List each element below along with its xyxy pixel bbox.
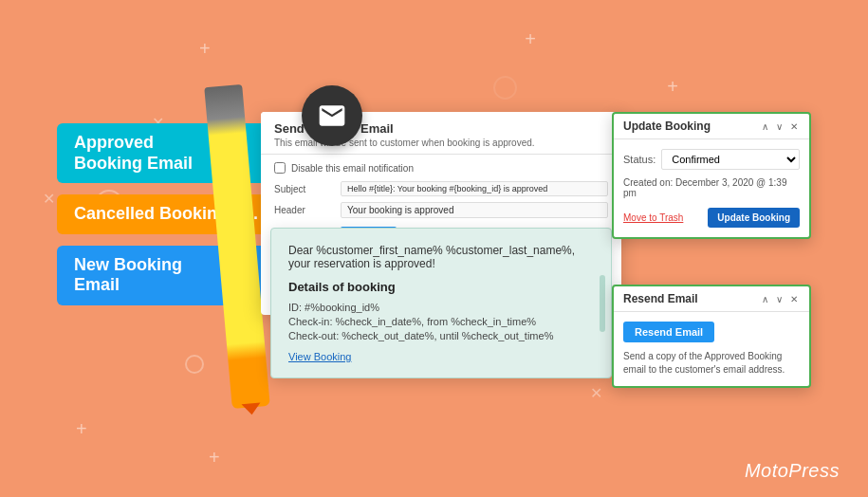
disable-notification-checkbox[interactable] [274, 162, 286, 174]
resend-email-button[interactable]: Resend Email [623, 322, 714, 342]
scroll-indicator [600, 275, 605, 332]
move-to-trash-link[interactable]: Move to Trash [623, 212, 683, 223]
preview-checkout-line: Check-out: %check_out_date%, until %chec… [288, 330, 594, 341]
view-booking-link[interactable]: View Booking [288, 351, 594, 362]
resend-email-panel: Resend Email ∧ ∨ ✕ Resend Email Send a c… [612, 285, 811, 388]
created-info: Created on: December 3, 2020 @ 1:39 pm [623, 177, 800, 198]
update-booking-button[interactable]: Update Booking [708, 208, 800, 228]
header-field-row: Header Your booking is approved [274, 202, 608, 218]
preview-intro: Dear %customer_first_name% %customer_las… [288, 244, 594, 270]
approved-label-text: Approved Booking Email [74, 133, 193, 173]
rp-expand-btn[interactable]: ∨ [774, 294, 785, 304]
email-icon-circle [302, 85, 362, 146]
subject-field-row: Subject Hello #{title}: Your booking #{b… [274, 181, 608, 196]
header-value[interactable]: Your booking is approved [341, 202, 608, 218]
rp-close-btn[interactable]: ✕ [788, 294, 800, 304]
header-label: Header [274, 202, 341, 215]
ub-close-btn[interactable]: ✕ [788, 121, 800, 132]
disable-notification-label: Disable this email notification [291, 163, 414, 174]
status-label: Status: [623, 154, 656, 165]
subject-label: Subject [274, 181, 341, 194]
ub-actions: Move to Trash Update Booking [623, 208, 800, 228]
status-select[interactable]: Confirmed [661, 149, 800, 170]
update-booking-panel: Update Booking ∧ ∨ ✕ Status: Confirmed C… [612, 112, 811, 239]
ub-body: Status: Confirmed Created on: December 3… [614, 139, 809, 237]
ub-controls: ∧ ∨ ✕ [760, 121, 800, 132]
resend-description: Send a copy of the Approved Booking emai… [623, 350, 800, 377]
rp-controls: ∧ ∨ ✕ [760, 294, 800, 304]
logo-text: MotoPress [745, 460, 840, 481]
ub-expand-btn[interactable]: ∨ [774, 121, 785, 132]
preview-id-line: ID: #%booking_id% [288, 302, 594, 313]
new-booking-label-text: New Booking Email [74, 255, 182, 295]
rp-collapse-btn[interactable]: ∧ [760, 294, 770, 304]
created-label: Created on: [623, 177, 673, 188]
rp-header: Resend Email ∧ ∨ ✕ [614, 286, 809, 312]
rp-body: Resend Email Send a copy of the Approved… [614, 312, 809, 386]
preview-details-title: Details of booking [288, 280, 594, 294]
motopress-logo: MotoPress [745, 460, 840, 482]
ub-title: Update Booking [623, 120, 711, 133]
preview-checkin-line: Check-in: %check_in_date%, from %check_i… [288, 316, 594, 327]
email-icon [317, 101, 347, 131]
email-preview-card: Dear %customer_first_name% %customer_las… [270, 228, 612, 378]
ub-collapse-btn[interactable]: ∧ [760, 121, 770, 132]
disable-notification-row: Disable this email notification [274, 162, 608, 174]
rp-title: Resend Email [623, 292, 698, 305]
ub-header: Update Booking ∧ ∨ ✕ [614, 114, 809, 139]
status-field-row: Status: Confirmed [623, 149, 800, 170]
subject-value[interactable]: Hello #{title}: Your booking #{booking_i… [341, 181, 608, 196]
